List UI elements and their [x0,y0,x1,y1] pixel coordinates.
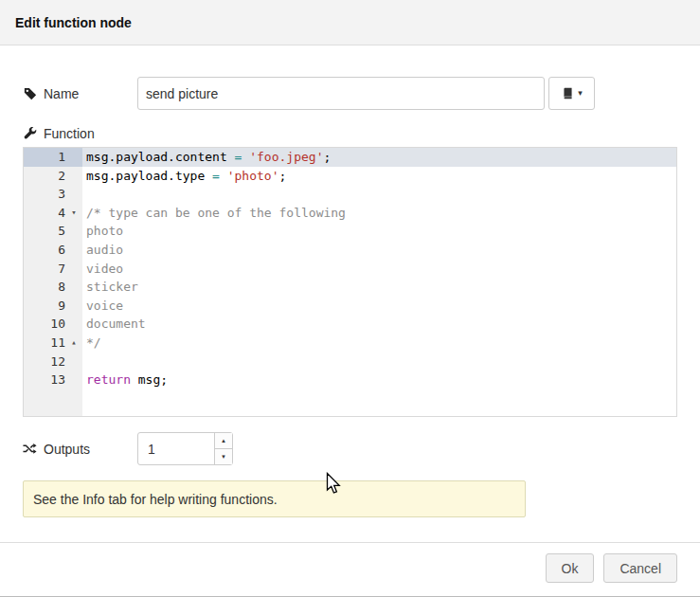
code-line: 10document [24,315,676,334]
tag-icon [23,86,37,100]
line-number: 1 [24,148,65,167]
fold-spacer [65,371,82,389]
line-number-gutter: 3 [24,185,82,204]
fold-spacer [65,241,82,260]
code-line: 6audio [24,241,676,260]
line-number-gutter: 5 [24,222,82,241]
code-line: 7video [24,260,676,279]
spinner-down-icon[interactable]: ▼ [215,449,232,464]
fold-spacer [65,222,82,241]
dialog-footer: Ok Cancel [0,542,700,583]
fold-open-icon[interactable]: ▾ [65,204,82,223]
line-number: 11 [24,334,65,353]
line-number: 8 [24,278,65,297]
line-number: 10 [24,315,65,334]
code-line-text: voice [82,297,676,316]
code-line: 11▴*/ [24,334,676,353]
name-label-text: Name [44,86,79,101]
fold-spacer [65,297,82,316]
outputs-label-text: Outputs [44,442,90,457]
code-line-text: */ [82,334,676,353]
code-line: 12 [24,353,676,371]
function-label-text: Function [44,126,95,141]
code-line: 13return msg; [24,371,676,389]
code-editor[interactable]: 1msg.payload.content = 'foo.jpeg';2msg.p… [23,147,677,417]
code-line: 9voice [24,297,676,316]
code-line-text: audio [82,241,676,260]
book-icon [561,86,575,100]
code-line: 8sticker [24,278,676,297]
line-number-gutter: 12 [24,353,82,371]
shuffle-icon [23,442,37,456]
line-number: 12 [24,353,65,371]
cancel-button[interactable]: Cancel [603,553,677,583]
code-line-text [82,185,676,204]
info-tip-text: See the Info tab for help writing functi… [33,492,278,507]
outputs-label: Outputs [23,442,137,457]
name-row: Name ▾ [23,77,677,110]
spinner-buttons: ▲ ▼ [214,433,232,464]
line-number: 7 [24,260,65,279]
code-line-text: /* type can be one of the following [82,204,676,223]
line-number: 6 [24,241,65,260]
code-line: 1msg.payload.content = 'foo.jpeg'; [24,148,676,167]
function-label: Function [23,125,677,141]
line-number-gutter: 8 [24,278,82,297]
code-line-text: msg.payload.type = 'photo'; [82,167,676,186]
line-number-gutter: 11▴ [24,334,82,353]
fold-spacer [65,278,82,297]
code-line: 3 [24,185,676,204]
line-number: 4 [24,204,65,223]
line-number-gutter: 9 [24,297,82,316]
code-line: 2msg.payload.type = 'photo'; [24,167,676,186]
ok-button[interactable]: Ok [546,553,595,583]
line-number-gutter: 2 [24,167,82,186]
line-number-gutter: 6 [24,241,82,260]
edit-function-dialog: Edit function node Name ▾ Function [0,0,700,597]
line-number: 2 [24,167,65,186]
dialog-body: Name ▾ Function 1msg.payload.content = '… [0,77,700,517]
line-number-gutter: 10 [24,315,82,334]
outputs-spinner: ▲ ▼ [137,432,233,465]
line-number-gutter: 4▾ [24,204,82,223]
line-number-gutter: 1 [24,148,82,167]
line-number-gutter: 13 [24,371,82,389]
code-line: 4▾/* type can be one of the following [24,204,676,223]
code-line-text: video [82,260,676,279]
outputs-row: Outputs ▲ ▼ [23,432,677,465]
code-line: 5photo [24,222,676,241]
code-line-text: msg.payload.content = 'foo.jpeg'; [82,148,676,167]
name-label: Name [23,86,137,101]
info-tip: See the Info tab for help writing functi… [23,480,526,517]
fold-spacer [65,148,82,167]
fold-spacer [65,315,82,334]
line-number-gutter: 7 [24,260,82,279]
code-line-text: sticker [82,278,676,297]
fold-spacer [65,260,82,279]
code-line-text: return msg; [82,371,676,389]
fold-spacer [65,167,82,186]
chevron-down-icon: ▾ [578,89,583,98]
fold-spacer [65,353,82,371]
code-line-text: photo [82,222,676,241]
spinner-up-icon[interactable]: ▲ [215,433,232,449]
line-number: 5 [24,222,65,241]
line-number: 13 [24,371,65,389]
code-line-text [82,353,676,371]
line-number: 3 [24,185,65,204]
wrench-icon [23,126,37,140]
name-input[interactable] [137,77,545,110]
fold-close-icon[interactable]: ▴ [65,334,82,353]
dialog-title: Edit function node [15,15,132,30]
fold-spacer [65,185,82,204]
library-dropdown-button[interactable]: ▾ [548,77,595,110]
dialog-header: Edit function node [0,0,700,45]
line-number: 9 [24,297,65,316]
code-line-text: document [82,315,676,334]
